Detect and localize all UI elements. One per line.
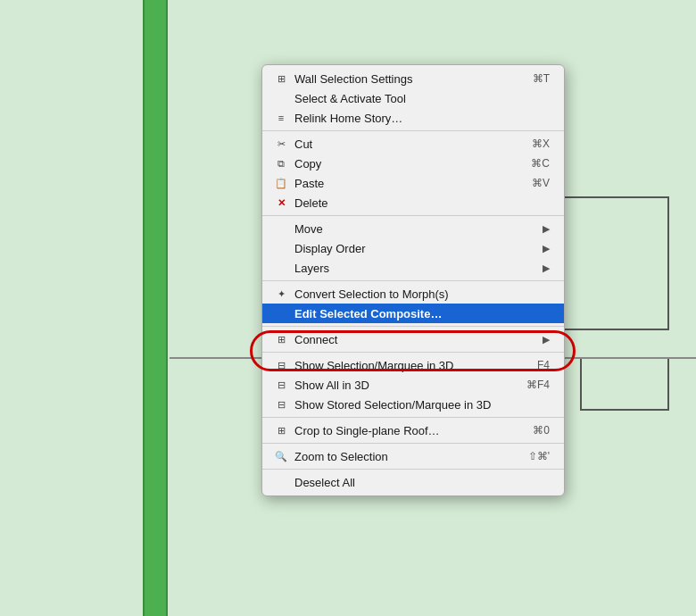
context-menu: ⊞Wall Selection Settings⌘TSelect & Activ… <box>261 64 565 496</box>
crop-to-roof-label: Crop to Single-plane Roof… <box>294 424 515 437</box>
show-all-3d-label: Show All in 3D <box>294 379 509 392</box>
menu-item-layers[interactable]: Layers▶ <box>262 258 564 278</box>
cad-vertical-bar <box>143 0 168 616</box>
menu-item-edit-selected-composite[interactable]: Edit Selected Composite… <box>262 304 564 323</box>
move-arrow: ▶ <box>543 223 550 235</box>
show-all-3d-shortcut: ⌘F4 <box>526 379 550 391</box>
menu-item-connect[interactable]: ⊞Connect▶ <box>262 329 564 349</box>
move-label: Move <box>294 222 535 236</box>
convert-selection-to-morph-icon: ✦ <box>271 288 291 300</box>
cut-icon: ✂ <box>271 138 291 150</box>
relink-home-story-label: Relink Home Story… <box>294 112 550 125</box>
menu-separator <box>262 130 564 131</box>
cad-room-outline <box>562 196 669 330</box>
copy-icon: ⧉ <box>271 158 291 170</box>
menu-separator <box>262 326 564 327</box>
paste-icon: 📋 <box>271 178 291 189</box>
deselect-all-label: Deselect All <box>294 476 550 489</box>
menu-item-cut[interactable]: ✂Cut⌘X <box>262 134 564 154</box>
relink-home-story-icon: ≡ <box>271 112 291 123</box>
delete-label: Delete <box>294 196 550 210</box>
menu-item-deselect-all[interactable]: Deselect All <box>262 472 564 492</box>
copy-label: Copy <box>294 157 513 171</box>
cut-label: Cut <box>294 137 514 151</box>
paste-shortcut: ⌘V <box>532 177 550 189</box>
zoom-to-selection-label: Zoom to Selection <box>294 450 510 463</box>
cut-shortcut: ⌘X <box>532 137 550 150</box>
show-selection-3d-label: Show Selection/Marquee in 3D <box>294 359 519 372</box>
show-all-3d-icon: ⊟ <box>271 379 291 391</box>
show-selection-3d-shortcut: F4 <box>537 359 550 371</box>
convert-selection-to-morph-label: Convert Selection to Morph(s) <box>294 287 550 301</box>
menu-separator <box>262 417 564 418</box>
menu-item-delete[interactable]: ✕Delete <box>262 193 564 212</box>
menu-item-select-activate-tool[interactable]: Select & Activate Tool <box>262 88 564 108</box>
menu-separator <box>262 352 564 353</box>
connect-label: Connect <box>294 333 535 346</box>
display-order-arrow: ▶ <box>543 243 550 254</box>
show-stored-3d-icon: ⊟ <box>271 399 291 411</box>
wall-selection-settings-icon: ⊞ <box>271 73 291 85</box>
cad-room-door <box>580 357 669 411</box>
menu-item-paste[interactable]: 📋Paste⌘V <box>262 173 564 193</box>
edit-selected-composite-label: Edit Selected Composite… <box>294 307 550 320</box>
menu-item-show-selection-3d[interactable]: ⊟Show Selection/Marquee in 3DF4 <box>262 355 564 375</box>
menu-item-relink-home-story[interactable]: ≡Relink Home Story… <box>262 108 564 128</box>
crop-to-roof-shortcut: ⌘0 <box>533 424 550 437</box>
connect-arrow: ▶ <box>543 334 550 345</box>
crop-to-roof-icon: ⊞ <box>271 425 291 437</box>
zoom-to-selection-shortcut: ⇧⌘' <box>528 450 550 462</box>
menu-item-move[interactable]: Move▶ <box>262 219 564 238</box>
copy-shortcut: ⌘C <box>531 157 550 170</box>
layers-label: Layers <box>294 262 535 275</box>
menu-item-display-order[interactable]: Display Order▶ <box>262 238 564 258</box>
wall-selection-settings-label: Wall Selection Settings <box>294 72 515 86</box>
display-order-label: Display Order <box>294 242 535 255</box>
menu-item-show-stored-3d[interactable]: ⊟Show Stored Selection/Marquee in 3D <box>262 395 564 414</box>
menu-separator <box>262 469 564 470</box>
menu-item-convert-selection-to-morph[interactable]: ✦Convert Selection to Morph(s) <box>262 284 564 304</box>
layers-arrow: ▶ <box>543 262 550 274</box>
select-activate-tool-label: Select & Activate Tool <box>294 92 550 105</box>
paste-label: Paste <box>294 177 514 190</box>
delete-icon: ✕ <box>271 197 291 209</box>
menu-separator <box>262 215 564 216</box>
show-selection-3d-icon: ⊟ <box>271 360 291 371</box>
menu-item-show-all-3d[interactable]: ⊟Show All in 3D⌘F4 <box>262 375 564 395</box>
menu-separator <box>262 280 564 281</box>
zoom-to-selection-icon: 🔍 <box>271 451 291 462</box>
menu-item-wall-selection-settings[interactable]: ⊞Wall Selection Settings⌘T <box>262 69 564 88</box>
connect-icon: ⊞ <box>271 334 291 345</box>
menu-item-crop-to-roof[interactable]: ⊞Crop to Single-plane Roof…⌘0 <box>262 420 564 440</box>
show-stored-3d-label: Show Stored Selection/Marquee in 3D <box>294 398 550 412</box>
menu-separator <box>262 443 564 444</box>
menu-item-zoom-to-selection[interactable]: 🔍Zoom to Selection⇧⌘' <box>262 446 564 466</box>
wall-selection-settings-shortcut: ⌘T <box>533 72 550 85</box>
menu-item-copy[interactable]: ⧉Copy⌘C <box>262 154 564 173</box>
